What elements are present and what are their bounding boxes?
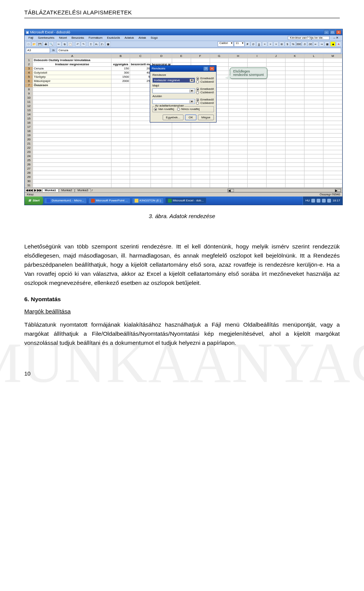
cell[interactable] (210, 150, 229, 154)
cell[interactable] (151, 125, 172, 129)
cell[interactable] (172, 129, 191, 134)
redo-icon[interactable]: ↷ (81, 41, 86, 47)
cell[interactable] (229, 163, 248, 167)
cell[interactable] (267, 75, 286, 79)
cell[interactable] (33, 96, 111, 100)
cell[interactable] (286, 167, 304, 171)
row-header[interactable]: 3 (25, 67, 33, 71)
cell[interactable] (210, 138, 229, 142)
cell[interactable] (130, 146, 151, 150)
cell[interactable] (286, 83, 304, 88)
cell[interactable] (248, 79, 267, 83)
cell[interactable] (172, 167, 191, 171)
cell[interactable] (248, 171, 267, 175)
row-header[interactable]: 29 (25, 175, 33, 179)
cell[interactable] (267, 138, 286, 142)
cell[interactable] (210, 184, 229, 188)
cell[interactable] (130, 58, 151, 63)
tab-nav-last[interactable]: ▶▶ (37, 189, 41, 192)
underline-icon[interactable]: A (256, 41, 262, 47)
cell[interactable] (267, 125, 286, 129)
menu-window[interactable]: Ablak (136, 36, 148, 40)
cell[interactable]: beszerzett mennyiség (130, 63, 151, 67)
cell[interactable] (323, 175, 342, 179)
cell[interactable] (111, 96, 130, 100)
row-header[interactable]: 12 (25, 104, 33, 108)
cell[interactable] (304, 129, 323, 134)
font-select[interactable]: Calibri (218, 41, 234, 47)
cell[interactable] (33, 138, 111, 142)
col-b[interactable]: B (111, 54, 130, 58)
cell[interactable] (304, 167, 323, 171)
cell[interactable] (33, 121, 111, 125)
cell[interactable] (286, 146, 304, 150)
cell[interactable] (229, 79, 248, 83)
cell[interactable] (286, 79, 304, 83)
cell[interactable] (248, 96, 267, 100)
cell[interactable] (191, 138, 210, 142)
cell[interactable] (248, 121, 267, 125)
cell[interactable] (151, 163, 172, 167)
then-by2-combo[interactable] (152, 99, 195, 104)
cell[interactable] (267, 117, 286, 121)
cell[interactable] (267, 134, 286, 138)
cell[interactable] (323, 171, 342, 175)
cell[interactable] (111, 129, 130, 134)
cell[interactable] (130, 154, 151, 159)
cell[interactable] (151, 146, 172, 150)
cell[interactable] (33, 163, 111, 167)
cell[interactable] (191, 175, 210, 179)
cell[interactable] (210, 154, 229, 159)
font-color-icon[interactable]: A (336, 41, 341, 47)
cell[interactable] (267, 142, 286, 146)
italic-icon[interactable]: D (251, 41, 256, 47)
cell[interactable] (248, 150, 267, 154)
horizontal-scrollbar[interactable]: ◀▶ (228, 189, 341, 192)
formula-input[interactable]: Ceruza (57, 48, 341, 53)
maximize-button[interactable]: ▭ (330, 30, 335, 35)
cell[interactable] (286, 134, 304, 138)
cell[interactable] (323, 154, 342, 159)
chart-icon[interactable]: ▦ (105, 41, 111, 47)
cell[interactable] (248, 142, 267, 146)
cell[interactable] (33, 159, 111, 163)
cell[interactable] (304, 67, 323, 71)
cell[interactable]: Golyóstoll (33, 71, 111, 75)
cell[interactable] (130, 134, 151, 138)
cell[interactable] (191, 150, 210, 154)
cell[interactable] (229, 179, 248, 184)
cell[interactable] (111, 184, 130, 188)
cell[interactable] (304, 88, 323, 92)
cell[interactable] (130, 167, 151, 171)
cell[interactable] (111, 179, 130, 184)
cell[interactable] (33, 108, 111, 113)
cut-icon[interactable]: ✂ (56, 41, 61, 47)
row-header[interactable]: 17 (25, 125, 33, 129)
cell[interactable] (229, 134, 248, 138)
cell[interactable] (151, 159, 172, 163)
cell[interactable]: 40 (130, 71, 151, 75)
cell[interactable] (248, 108, 267, 113)
cell[interactable]: 2000 (111, 79, 130, 83)
cell[interactable] (33, 154, 111, 159)
cell[interactable] (323, 113, 342, 117)
cell[interactable] (33, 100, 111, 104)
cell[interactable] (286, 108, 304, 113)
cell[interactable] (248, 125, 267, 129)
cell[interactable] (286, 138, 304, 142)
radio-desc-1[interactable]: Csökkenő (196, 80, 214, 83)
cell[interactable] (210, 159, 229, 163)
cell[interactable] (130, 163, 151, 167)
task-word[interactable]: Dokumentum1 - Micro... (44, 198, 86, 204)
then-by-combo[interactable] (152, 88, 195, 93)
merge-icon[interactable]: ⊞ (279, 41, 284, 47)
comma-icon[interactable]: 000 (296, 41, 301, 47)
cell[interactable] (323, 167, 342, 171)
cell[interactable] (248, 175, 267, 179)
cell[interactable] (286, 96, 304, 100)
row-header[interactable]: 24 (25, 154, 33, 159)
cell[interactable] (151, 150, 172, 154)
print-icon[interactable]: 🖶 (43, 41, 48, 47)
cell[interactable] (286, 67, 304, 71)
cell[interactable] (304, 92, 323, 96)
